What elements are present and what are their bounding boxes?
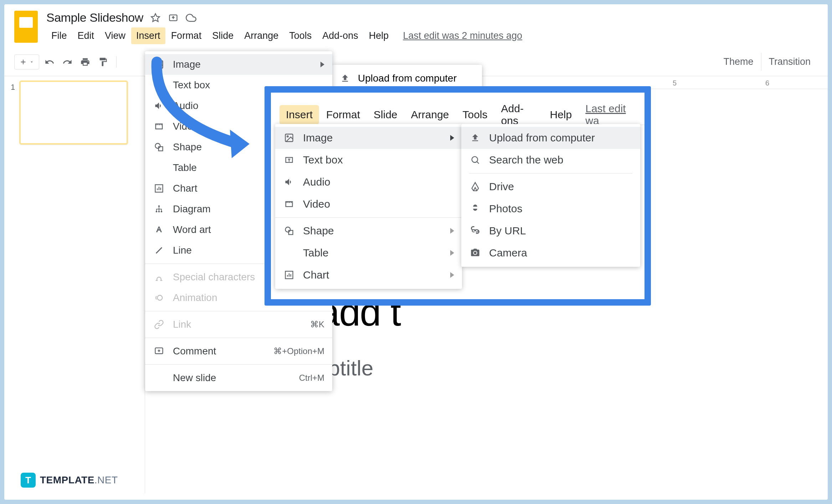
- search-icon: [469, 154, 481, 166]
- image-icon: [153, 58, 165, 71]
- ov-table-label: Table: [303, 247, 329, 259]
- ov-insert-audio-item[interactable]: Audio: [275, 171, 462, 193]
- animation-icon: [153, 292, 165, 304]
- toolbar-right: Theme Transition: [716, 53, 818, 71]
- ov-last-edit[interactable]: Last edit wa: [585, 103, 636, 127]
- camera-icon: [469, 247, 481, 259]
- ov-insert-dropdown: Image Text box Audio Video Shape: [275, 124, 462, 289]
- ruler-mark: 5: [673, 79, 677, 87]
- menu-addons[interactable]: Add-ons: [317, 27, 363, 44]
- transition-button[interactable]: Transition: [761, 53, 818, 71]
- star-icon[interactable]: [150, 12, 161, 24]
- menu-view[interactable]: View: [100, 27, 130, 44]
- menu-edit[interactable]: Edit: [73, 27, 99, 44]
- ov-by-url-label: By URL: [489, 225, 526, 237]
- ov-menu-arrange[interactable]: Arrange: [405, 105, 456, 124]
- menu-arrange[interactable]: Arrange: [239, 27, 283, 44]
- menu-slide[interactable]: Slide: [207, 27, 238, 44]
- svg-point-10: [158, 211, 160, 213]
- ov-insert-shape-item[interactable]: Shape: [275, 220, 462, 242]
- new-slide-button[interactable]: [14, 54, 39, 69]
- ov-menu-slide[interactable]: Slide: [367, 105, 404, 124]
- ov-menu-help[interactable]: Help: [544, 105, 579, 124]
- ov-search-web-item[interactable]: Search the web: [461, 149, 640, 171]
- ov-video-label: Video: [303, 198, 330, 210]
- undo-button[interactable]: [42, 54, 57, 69]
- video-icon: [283, 198, 295, 210]
- slide-thumb-row: 1: [11, 80, 138, 145]
- svg-point-9: [156, 211, 158, 213]
- dropdown-separator: [469, 173, 632, 173]
- redo-button[interactable]: [60, 54, 75, 69]
- svg-point-5: [155, 144, 160, 149]
- insert-image-label: Image: [173, 59, 313, 70]
- svg-point-8: [158, 206, 160, 207]
- ov-camera-label: Camera: [489, 247, 527, 259]
- menu-tools[interactable]: Tools: [284, 27, 317, 44]
- ov-insert-video-item[interactable]: Video: [275, 193, 462, 215]
- ov-search-web-label: Search the web: [489, 154, 563, 166]
- insert-image-item[interactable]: Image: [145, 54, 332, 75]
- print-button[interactable]: [78, 54, 93, 69]
- blank-icon: [153, 372, 165, 384]
- insert-link-item: Link ⌘K: [145, 314, 332, 335]
- chart-icon: [283, 269, 295, 281]
- chevron-right-icon: [450, 135, 454, 141]
- theme-button[interactable]: Theme: [716, 53, 760, 71]
- menu-format[interactable]: Format: [166, 27, 207, 44]
- ov-drive-item[interactable]: Drive: [461, 176, 640, 198]
- comment-icon: [153, 345, 165, 357]
- bg-upload-item[interactable]: Upload from computer: [332, 68, 482, 89]
- menu-insert[interactable]: Insert: [131, 27, 165, 44]
- svg-point-15: [287, 136, 288, 137]
- ov-insert-table-item[interactable]: Table: [275, 242, 462, 264]
- link-icon: [469, 225, 481, 237]
- svg-point-11: [161, 211, 163, 213]
- ov-menu-format[interactable]: Format: [320, 105, 366, 124]
- insert-comment-item[interactable]: Comment ⌘+Option+M: [145, 341, 332, 362]
- ov-menu-insert[interactable]: Insert: [279, 105, 319, 124]
- ov-upload-item[interactable]: Upload from computer: [461, 127, 640, 149]
- watermark-text: TEMPLATE.NET: [40, 474, 118, 486]
- textbox-icon: [283, 154, 295, 166]
- ov-camera-item[interactable]: Camera: [461, 242, 640, 264]
- ov-menu-tools[interactable]: Tools: [456, 105, 494, 124]
- move-icon[interactable]: [168, 12, 179, 24]
- menubar: File Edit View Insert Format Slide Arran…: [46, 27, 818, 44]
- slide-number: 1: [11, 83, 15, 92]
- drive-icon: [469, 181, 481, 193]
- watermark-icon: T: [21, 473, 36, 488]
- svg-point-3: [157, 62, 158, 64]
- ov-insert-textbox-item[interactable]: Text box: [275, 149, 462, 171]
- slides-logo-icon[interactable]: [14, 11, 38, 43]
- dropdown-separator: [145, 338, 332, 338]
- ov-by-url-item[interactable]: By URL: [461, 220, 640, 242]
- last-edit-link[interactable]: Last edit was 2 minutes ago: [403, 30, 522, 41]
- ov-photos-item[interactable]: Photos: [461, 198, 640, 220]
- ov-chart-label: Chart: [303, 269, 329, 281]
- ov-insert-chart-item[interactable]: Chart: [275, 264, 462, 286]
- instruction-overlay: Insert Format Slide Arrange Tools Add-on…: [265, 86, 651, 306]
- doc-title[interactable]: Sample Slideshow: [46, 11, 143, 25]
- image-icon: [283, 132, 295, 144]
- special-chars-icon: [153, 271, 165, 283]
- new-slide-shortcut: Ctrl+M: [299, 373, 324, 383]
- wordart-icon: [153, 224, 165, 236]
- audio-icon: [153, 100, 165, 112]
- ov-photos-label: Photos: [489, 203, 522, 215]
- textbox-icon: [153, 79, 165, 91]
- paint-format-button[interactable]: [96, 54, 111, 69]
- ov-upload-label: Upload from computer: [489, 132, 595, 144]
- ov-audio-label: Audio: [303, 176, 330, 188]
- chart-icon: [153, 182, 165, 194]
- slide-thumbnail[interactable]: [19, 80, 128, 145]
- ov-shape-label: Shape: [303, 225, 334, 237]
- insert-new-slide-item[interactable]: New slide Ctrl+M: [145, 368, 332, 388]
- photos-icon: [469, 203, 481, 215]
- ov-insert-image-item[interactable]: Image: [275, 127, 462, 149]
- menu-file[interactable]: File: [46, 27, 72, 44]
- chevron-right-icon: [450, 250, 454, 256]
- cloud-icon[interactable]: [185, 12, 197, 24]
- slide-sidebar: 1: [4, 76, 145, 493]
- menu-help[interactable]: Help: [364, 27, 394, 44]
